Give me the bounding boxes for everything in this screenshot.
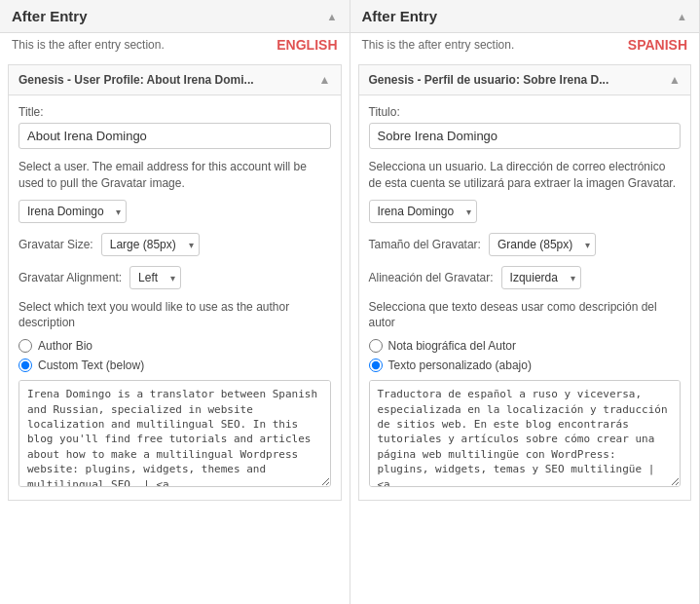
spanish-panel-subtitle: This is the after entry section. xyxy=(362,38,515,52)
spanish-radio-custom-text-item: Texto personalizado (abajo) xyxy=(369,359,682,372)
spanish-user-helper: Selecciona un usuario. La dirección de c… xyxy=(369,159,682,192)
english-author-desc-helper: Select which text you would like to use … xyxy=(18,299,331,332)
english-custom-text-area[interactable]: Irena Domingo is a translator between Sp… xyxy=(18,380,331,487)
spanish-title-input[interactable] xyxy=(369,123,682,149)
spanish-gravatar-size-row: Tamaño del Gravatar: Grande (85px) xyxy=(369,233,682,256)
spanish-author-desc-helper: Selecciona que texto deseas usar como de… xyxy=(369,299,682,332)
spanish-radio-author-bio[interactable] xyxy=(369,339,383,353)
spanish-collapse-arrow[interactable]: ▲ xyxy=(677,11,687,22)
english-radio-group: Author Bio Custom Text (below) xyxy=(18,339,331,372)
spanish-title-field-group: Titulo: xyxy=(369,105,682,149)
english-panel-title: After Entry xyxy=(12,8,88,24)
english-panel: After Entry ▲ This is the after entry se… xyxy=(0,0,350,604)
spanish-panel: After Entry ▲ This is the after entry se… xyxy=(350,0,701,604)
english-radio-custom-text-label: Custom Text (below) xyxy=(38,359,144,372)
spanish-radio-custom-text[interactable] xyxy=(369,359,383,372)
spanish-user-select-wrapper: Irena Domingo xyxy=(369,200,477,223)
english-widget-header-text: Genesis - User Profile: About Irena Domi… xyxy=(18,73,254,87)
spanish-radio-custom-text-label: Texto personalizado (abajo) xyxy=(388,359,532,372)
english-gravatar-align-label: Gravatar Alignment: xyxy=(18,271,122,284)
english-user-select-wrapper: Irena Domingo xyxy=(18,200,127,223)
spanish-widget-header-text: Genesis - Perfil de usuario: Sobre Irena… xyxy=(369,73,609,87)
english-gravatar-align-row: Gravatar Alignment: Left xyxy=(18,266,331,289)
english-user-select[interactable]: Irena Domingo xyxy=(18,200,127,223)
spanish-gravatar-align-label: Alineación del Gravatar: xyxy=(369,271,494,284)
english-radio-custom-text[interactable] xyxy=(18,359,32,372)
english-gravatar-size-select-wrapper: Large (85px) xyxy=(101,233,200,256)
english-gravatar-size-row: Gravatar Size: Large (85px) xyxy=(18,233,331,256)
spanish-widget-body: Titulo: Selecciona un usuario. La direcc… xyxy=(358,95,692,501)
spanish-lang-label: SPANISH xyxy=(628,37,687,53)
spanish-radio-author-bio-item: Nota biográfica del Autor xyxy=(369,339,682,353)
spanish-gravatar-align-select[interactable]: Izquierda xyxy=(501,266,581,289)
english-gravatar-align-select[interactable]: Left xyxy=(129,266,181,289)
spanish-gravatar-size-select[interactable]: Grande (85px) xyxy=(489,233,596,256)
english-title-label: Title: xyxy=(18,105,331,119)
spanish-user-field-group: Irena Domingo xyxy=(369,200,682,223)
spanish-gravatar-align-select-wrapper: Izquierda xyxy=(501,266,581,289)
spanish-gravatar-align-row: Alineación del Gravatar: Izquierda xyxy=(369,266,682,289)
spanish-gravatar-size-label: Tamaño del Gravatar: xyxy=(369,238,481,251)
english-gravatar-align-select-wrapper: Left xyxy=(129,266,181,289)
english-title-input[interactable] xyxy=(18,123,331,149)
spanish-user-select[interactable]: Irena Domingo xyxy=(369,200,477,223)
english-collapse-arrow[interactable]: ▲ xyxy=(327,11,338,22)
english-title-field-group: Title: xyxy=(18,105,331,149)
english-widget-body: Title: Select a user. The email address … xyxy=(8,95,342,501)
spanish-radio-group: Nota biográfica del Autor Texto personal… xyxy=(369,339,682,372)
spanish-radio-author-bio-label: Nota biográfica del Autor xyxy=(388,339,516,353)
spanish-widget-collapse-arrow[interactable]: ▲ xyxy=(669,73,681,87)
spanish-panel-header: After Entry ▲ xyxy=(350,0,700,33)
english-widget-header[interactable]: Genesis - User Profile: About Irena Domi… xyxy=(8,64,342,95)
spanish-gravatar-size-select-wrapper: Grande (85px) xyxy=(489,233,596,256)
english-radio-author-bio[interactable] xyxy=(18,339,32,353)
english-gravatar-size-label: Gravatar Size: xyxy=(18,238,93,251)
english-lang-label: ENGLISH xyxy=(276,37,337,53)
spanish-title-label: Titulo: xyxy=(369,105,682,119)
english-gravatar-size-select[interactable]: Large (85px) xyxy=(101,233,200,256)
spanish-widget-header[interactable]: Genesis - Perfil de usuario: Sobre Irena… xyxy=(358,64,692,95)
english-user-helper: Select a user. The email address for thi… xyxy=(18,159,331,192)
english-widget-collapse-arrow[interactable]: ▲ xyxy=(319,73,331,87)
english-panel-subtitle: This is the after entry section. xyxy=(12,38,165,52)
english-user-field-group: Irena Domingo xyxy=(18,200,331,223)
english-panel-header: After Entry ▲ xyxy=(0,0,350,33)
spanish-custom-text-area[interactable]: Traductora de español a ruso y viceversa… xyxy=(369,380,682,487)
english-radio-custom-text-item: Custom Text (below) xyxy=(18,359,331,372)
spanish-panel-title: After Entry xyxy=(362,8,438,24)
english-radio-author-bio-label: Author Bio xyxy=(38,339,92,353)
english-radio-author-bio-item: Author Bio xyxy=(18,339,331,353)
